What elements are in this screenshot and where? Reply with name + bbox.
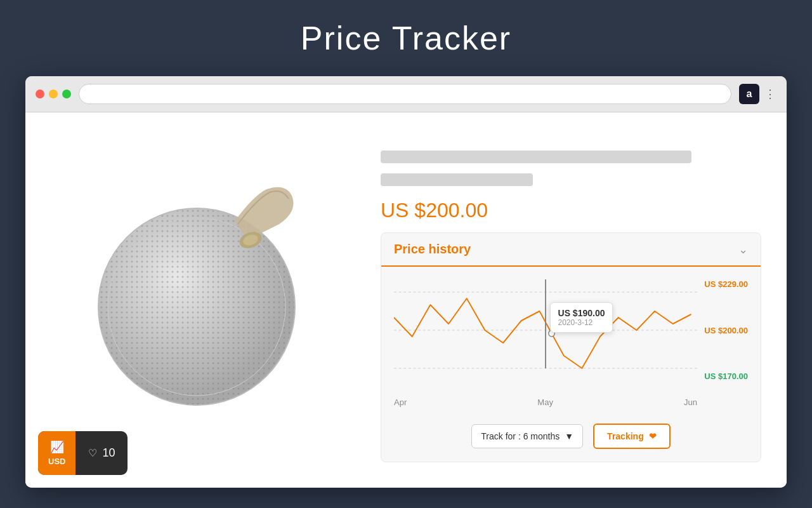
chevron-down-icon[interactable]: ⌄ bbox=[738, 243, 748, 257]
tracking-button-label: Tracking bbox=[607, 431, 644, 441]
browser-toolbar: a ⋮ bbox=[25, 76, 787, 112]
page-title: Price Tracker bbox=[301, 19, 511, 57]
price-history-card: Price history ⌄ bbox=[381, 232, 761, 462]
track-for-dropdown[interactable]: Track for : 6 months ▼ bbox=[471, 424, 583, 448]
price-history-title: Price history bbox=[394, 242, 471, 257]
tracking-button[interactable]: Tracking ❤ bbox=[593, 424, 671, 449]
x-label-apr: Apr bbox=[394, 398, 407, 407]
price-label-mid: US $200.00 bbox=[704, 326, 748, 335]
amazon-icon[interactable]: a bbox=[739, 84, 759, 104]
product-subtitle-skeleton bbox=[381, 173, 533, 186]
chart-vertical-line bbox=[545, 279, 546, 368]
browser-icons: a ⋮ bbox=[739, 84, 776, 104]
svg-rect-3 bbox=[98, 208, 295, 405]
maximize-button[interactable] bbox=[62, 90, 71, 98]
chart-actions: Track for : 6 months ▼ Tracking ❤ bbox=[381, 413, 761, 462]
wishlist-count: 10 bbox=[102, 446, 115, 460]
chart-svg-wrap bbox=[394, 279, 697, 381]
price-history-header[interactable]: Price history ⌄ bbox=[381, 233, 761, 267]
chart-x-labels: Apr May Jun bbox=[394, 394, 748, 407]
wishlist-heart-icon: ♡ bbox=[88, 447, 97, 459]
currency-block[interactable]: 📈 USD bbox=[38, 431, 75, 475]
heart-icon: ❤ bbox=[649, 431, 657, 441]
currency-label: USD bbox=[48, 457, 65, 466]
product-title-skeleton bbox=[381, 150, 691, 163]
dropdown-chevron-icon: ▼ bbox=[565, 431, 573, 441]
address-bar[interactable] bbox=[79, 84, 731, 104]
wishlist-block[interactable]: ♡ 10 bbox=[75, 438, 128, 469]
close-button[interactable] bbox=[36, 90, 44, 98]
minimize-button[interactable] bbox=[49, 90, 58, 98]
product-image-section bbox=[51, 138, 355, 462]
traffic-lights bbox=[36, 90, 71, 98]
price-label-low: US $170.00 bbox=[704, 371, 748, 381]
price-label-high: US $229.00 bbox=[704, 279, 748, 289]
tooltip-date: 2020-3-12 bbox=[558, 318, 605, 327]
menu-icon[interactable]: ⋮ bbox=[764, 87, 776, 101]
product-image bbox=[89, 183, 317, 418]
tooltip-price: US $190.00 bbox=[558, 308, 605, 318]
chart-mini-icon: 📈 bbox=[50, 440, 64, 454]
x-label-jun: Jun bbox=[684, 398, 697, 407]
chart-tooltip: US $190.00 2020-3-12 bbox=[550, 302, 613, 333]
track-dropdown-label: Track for : 6 months bbox=[481, 431, 560, 441]
chart-container: US $190.00 2020-3-12 US $229.00 US $200.… bbox=[381, 267, 761, 413]
chart-price-labels: US $229.00 US $200.00 US $170.00 bbox=[704, 279, 748, 381]
product-price: US $200.00 bbox=[381, 199, 761, 222]
product-info-section: US $200.00 Price history ⌄ bbox=[381, 138, 761, 462]
browser-content: US $200.00 Price history ⌄ bbox=[25, 112, 787, 488]
chart-area: US $190.00 2020-3-12 US $229.00 US $200.… bbox=[394, 279, 748, 394]
bottom-bar: 📈 USD ♡ 10 bbox=[38, 431, 128, 475]
browser-window: a ⋮ bbox=[25, 76, 787, 488]
x-label-may: May bbox=[537, 398, 553, 407]
